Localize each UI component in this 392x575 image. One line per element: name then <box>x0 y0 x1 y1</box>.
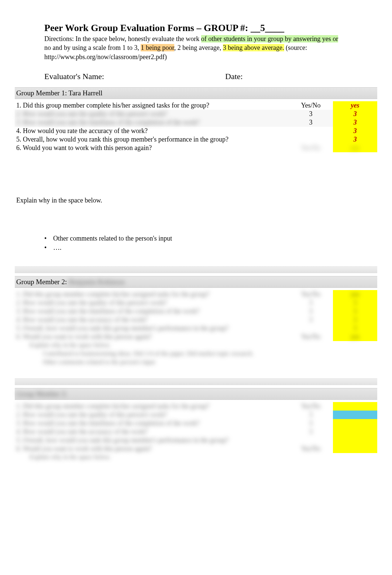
directions-lead: Directions: In the space below, honestly… <box>44 35 201 42</box>
member2-explain-block: Explain why in the space below. Contribu… <box>15 341 377 367</box>
table-row: 3. How would you rate the timeliness of … <box>15 307 377 316</box>
table-row: 3. How would you rate the timeliness of … <box>15 419 377 428</box>
question-mid: Yes/No <box>289 144 333 152</box>
question-text: 5. Overall, how would you rank this grou… <box>15 324 289 333</box>
question-text: 3. How would you rate the timeliness of … <box>15 419 289 428</box>
directions-highlight-poor: 1 being poor <box>141 44 174 51</box>
directions-highlight-above: 3 being above average. <box>223 44 284 51</box>
question-text: 5. Overall, how would you rank this grou… <box>15 436 289 445</box>
question-mid <box>289 324 333 333</box>
table-row: 5. Overall, how would you rank this grou… <box>15 135 377 144</box>
question-mid: 3 <box>289 118 333 127</box>
member1-label: Group Member 1: <box>16 89 69 97</box>
directions-mid1: no and by using a scale from 1 to 3, <box>44 44 141 51</box>
evaluator-name-label: Evaluator's Name: <box>44 72 225 81</box>
question-mid: 3 <box>289 411 333 419</box>
title-prefix: Peer Work Group Evaluation Forms – GROUP… <box>44 23 260 33</box>
section-divider <box>15 266 377 273</box>
group-member-3-header: Group Member 3: <box>15 388 377 400</box>
question-text: 2. How would you rate the quality of thi… <box>15 411 289 419</box>
question-answer <box>333 445 377 453</box>
date-label: Date: <box>225 72 243 81</box>
question-text: 5. Overall, how would you rank this grou… <box>15 135 289 144</box>
table-row: 4. How would you rate the accuracy of th… <box>15 316 377 324</box>
question-answer: yes <box>333 333 377 341</box>
group-member-1-header: Group Member 1: Tara Harrell <box>15 87 377 99</box>
directions-mid2: , 2 being average, <box>174 44 223 51</box>
question-answer <box>333 419 377 428</box>
question-text: 2. How would you rate the quality of thi… <box>15 299 289 307</box>
member2-label: Group Member 2: <box>16 278 69 286</box>
question-mid: Yes/No <box>289 101 333 110</box>
table-row: 4. How would you rate the accuracy of th… <box>15 428 377 436</box>
member3-question-table: 1. Did this group member complete his/he… <box>15 402 377 453</box>
comment-text: …. <box>53 243 62 252</box>
member2-sub1: Contributed to brainstorming ideas. Did … <box>30 350 377 358</box>
member3-explain: Explain why in the space below. <box>30 453 377 462</box>
explain-label: Explain why in the space below. <box>15 152 377 234</box>
question-answer <box>333 411 377 419</box>
evaluator-date-row: Evaluator's Name: Date: <box>15 65 377 87</box>
question-mid: Yes/No <box>289 333 333 341</box>
question-text: 4. How would you rate the accuracy of th… <box>15 127 289 135</box>
question-text: 4. How would you rate the accuracy of th… <box>15 316 289 324</box>
table-row: 6. Would you want to work with this pers… <box>15 445 377 453</box>
member1-question-table: 1. Did this group member complete his/he… <box>15 101 377 152</box>
question-mid: 3 <box>289 307 333 316</box>
table-row: 6. Would you want to work with this pers… <box>15 333 377 341</box>
member2-question-table: 1. Did this group member complete his/he… <box>15 290 377 341</box>
question-mid: 3 <box>289 299 333 307</box>
question-mid: 3 <box>289 110 333 118</box>
question-text: 1. Did this group member complete his/he… <box>15 402 289 411</box>
directions-text: Directions: In the space below, honestly… <box>15 34 340 65</box>
group-number: 5 <box>260 23 265 33</box>
question-answer: 3 <box>333 307 377 316</box>
page-title: Peer Work Group Evaluation Forms – GROUP… <box>44 23 284 33</box>
question-text: 2. How would you rate the quality of thi… <box>15 110 289 118</box>
page-title-row: Peer Work Group Evaluation Forms – GROUP… <box>15 22 377 34</box>
question-mid: Yes/No <box>289 290 333 299</box>
question-text: 3. How would you rate the timeliness of … <box>15 307 289 316</box>
comments-list: • Other comments related to the person's… <box>15 234 377 252</box>
question-answer: yes <box>333 144 377 152</box>
table-row: 2. How would you rate the quality of thi… <box>15 411 377 419</box>
group-member-2-header: Group Member 2: Benjamin Robinson <box>15 276 377 288</box>
question-text: 4. How would you rate the accuracy of th… <box>15 428 289 436</box>
table-row: 5. Overall, how would you rank this grou… <box>15 436 377 445</box>
question-text: 6. Would you want to work with this pers… <box>15 144 289 152</box>
question-answer: 3 <box>333 127 377 135</box>
section-divider <box>15 378 377 385</box>
table-row: 2. How would you rate the quality of thi… <box>15 110 377 118</box>
list-item: • …. <box>44 243 377 252</box>
bullet-icon: • <box>44 234 53 243</box>
question-mid <box>289 436 333 445</box>
list-item: • Other comments related to the person's… <box>44 234 377 243</box>
question-answer <box>333 436 377 445</box>
question-answer: 3 <box>333 324 377 333</box>
title-suffix: ____ <box>265 23 284 33</box>
question-mid: Yes/No <box>289 402 333 411</box>
table-row: 1. Did this group member complete his/he… <box>15 101 377 110</box>
question-mid <box>289 135 333 144</box>
question-answer: 3 <box>333 110 377 118</box>
question-text: 1. Did this group member complete his/he… <box>15 290 289 299</box>
table-row: 6. Would you want to work with this pers… <box>15 144 377 152</box>
question-answer: yes <box>333 290 377 299</box>
table-row: 5. Overall, how would you rank this grou… <box>15 324 377 333</box>
table-row: 2. How would you rate the quality of thi… <box>15 299 377 307</box>
question-mid: 3 <box>289 419 333 428</box>
question-answer: 3 <box>333 316 377 324</box>
member1-name: Tara Harrell <box>69 89 103 97</box>
question-answer: 3 <box>333 299 377 307</box>
directions-highlight-green: of other students in your group by answe… <box>201 35 338 42</box>
question-text: 6. Would you want to work with this pers… <box>15 445 289 453</box>
question-mid <box>289 127 333 135</box>
question-mid: 3 <box>289 316 333 324</box>
question-answer <box>333 428 377 436</box>
question-answer <box>333 402 377 411</box>
member2-explain: Explain why in the space below. <box>30 341 377 350</box>
bullet-icon: • <box>44 243 53 252</box>
question-mid: Yes/No <box>289 445 333 453</box>
question-answer: yes <box>333 101 377 110</box>
comment-text: Other comments related to the person's i… <box>53 234 172 243</box>
